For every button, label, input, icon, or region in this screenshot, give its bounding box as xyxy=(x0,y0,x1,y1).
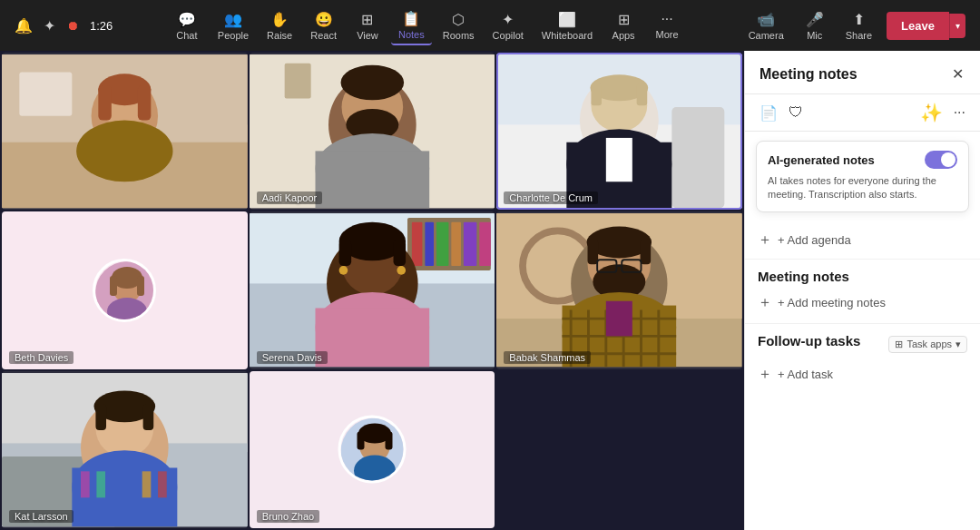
nav-view[interactable]: ⊞ View xyxy=(348,7,387,44)
share-button[interactable]: ⬆ Share xyxy=(838,7,879,44)
svg-rect-54 xyxy=(315,309,429,368)
notification-icon: 🔔 xyxy=(15,17,33,34)
nav-raise[interactable]: ✋ Raise xyxy=(260,7,299,44)
participant-name-bruno: Bruno Zhao xyxy=(257,510,319,523)
notes-section: Meeting notes ＋ + Add meeting notes xyxy=(745,260,980,324)
timer: 1:26 xyxy=(90,19,113,33)
ai-magic-button[interactable]: ✨ xyxy=(920,102,943,123)
video-cell-7[interactable]: Kat Larsson xyxy=(2,371,248,528)
shield-icon[interactable]: 🛡 xyxy=(789,104,803,121)
apps-icon: ⊞ xyxy=(618,11,630,28)
nav-raise-label: Raise xyxy=(267,30,292,41)
svg-rect-93 xyxy=(158,471,167,497)
leave-button[interactable]: Leave xyxy=(887,12,949,40)
nav-people[interactable]: 👥 People xyxy=(211,7,256,44)
whiteboard-icon: ⬜ xyxy=(558,11,576,28)
nav-notes[interactable]: 📋 Notes xyxy=(391,6,432,45)
nav-copilot[interactable]: ✦ Copilot xyxy=(485,7,531,44)
svg-rect-98 xyxy=(385,432,392,450)
panel-toolbar: 📄 🛡 ✨ ··· xyxy=(745,94,980,132)
svg-rect-44 xyxy=(464,222,477,266)
svg-rect-78 xyxy=(606,301,632,337)
nav-apps[interactable]: ⊞ Apps xyxy=(603,7,643,44)
panel-header: Meeting notes ✕ xyxy=(745,51,980,94)
ai-notes-card: AI-generated notes AI takes notes for ev… xyxy=(756,141,969,212)
nav-react[interactable]: 😀 React xyxy=(303,7,344,44)
add-task-icon: ＋ xyxy=(758,365,772,384)
video-cell-5[interactable]: Serena Davis xyxy=(250,211,495,368)
svg-rect-3 xyxy=(19,72,72,115)
ai-notes-header: AI-generated notes xyxy=(768,151,957,169)
nav-whiteboard[interactable]: ⬜ Whiteboard xyxy=(534,7,600,44)
video-cell-6[interactable]: Babak Shammas xyxy=(496,211,742,368)
task-apps-chevron: ▾ xyxy=(956,339,961,350)
video-cell-3-active[interactable]: Charlotte De Crum xyxy=(496,53,742,210)
svg-rect-30 xyxy=(606,138,632,182)
ai-notes-description: AI takes notes for everyone during the m… xyxy=(768,174,957,202)
mic-button[interactable]: 🎤 Mic xyxy=(799,7,831,44)
nav-rooms[interactable]: ⬡ Rooms xyxy=(436,7,482,44)
panel-close-button[interactable]: ✕ xyxy=(950,64,965,84)
svg-rect-62 xyxy=(641,240,652,264)
nav-whiteboard-label: Whiteboard xyxy=(542,30,593,41)
svg-rect-91 xyxy=(96,471,105,497)
participant-name-babak: Babak Shammas xyxy=(504,351,591,364)
video-cell-4[interactable]: Beth Davies xyxy=(2,211,248,368)
nav-apps-label: Apps xyxy=(612,30,635,41)
video-cell-8[interactable]: Bruno Zhao xyxy=(250,371,495,528)
nav-copilot-label: Copilot xyxy=(493,30,524,41)
svg-rect-86 xyxy=(95,404,106,430)
tasks-header: Follow-up tasks ⊞ Task apps ▾ xyxy=(758,333,967,356)
nav-more[interactable]: ··· More xyxy=(647,7,687,44)
ai-notes-toggle[interactable] xyxy=(925,151,957,169)
nav-chat-label: Chat xyxy=(176,30,197,41)
agenda-section: ＋ + Add agenda xyxy=(745,221,980,260)
mic-icon: 🎤 xyxy=(806,11,824,28)
add-task-row[interactable]: ＋ + Add task xyxy=(758,363,967,386)
svg-point-51 xyxy=(338,266,348,275)
camera-button[interactable]: 📹 Camera xyxy=(741,7,791,44)
nav-bar: 💬 Chat 👥 People ✋ Raise 😀 React ⊞ View 📋… xyxy=(167,6,687,45)
svg-rect-7 xyxy=(98,85,111,121)
nav-notes-label: Notes xyxy=(398,29,425,40)
notes-icon: 📋 xyxy=(402,10,420,27)
notes-section-title: Meeting notes xyxy=(758,269,967,284)
svg-rect-42 xyxy=(436,222,449,266)
task-apps-button[interactable]: ⊞ Task apps ▾ xyxy=(888,336,967,353)
add-notes-row[interactable]: ＋ + Add meeting notes xyxy=(758,291,967,314)
top-bar: 🔔 ✦ ⏺ 1:26 💬 Chat 👥 People ✋ Raise 😀 Rea… xyxy=(0,0,980,51)
notes-doc-icon[interactable]: 📄 xyxy=(760,104,778,122)
nav-chat[interactable]: 💬 Chat xyxy=(167,7,207,44)
video-cell-1[interactable] xyxy=(2,53,248,210)
add-notes-label: + Add meeting notes xyxy=(778,296,886,309)
avatar-bruno xyxy=(338,416,406,484)
svg-rect-26 xyxy=(592,83,603,105)
leave-dropdown[interactable]: ▾ xyxy=(949,14,965,38)
participant-name-charlotte: Charlotte De Crum xyxy=(504,191,598,204)
participant-name-aadi: Aadi Kapoor xyxy=(257,191,323,204)
settings-icon: ✦ xyxy=(44,17,55,34)
leave-button-group: Leave ▾ xyxy=(887,12,965,40)
video-placeholder-2 xyxy=(250,53,495,210)
svg-rect-49 xyxy=(338,240,351,266)
participant-name-beth: Beth Davies xyxy=(9,351,74,364)
react-icon: 😀 xyxy=(315,11,333,28)
video-placeholder-6 xyxy=(496,211,742,368)
add-agenda-icon: ＋ xyxy=(758,231,772,250)
video-cell-2[interactable]: Aadi Kapoor xyxy=(250,53,495,210)
copilot-icon: ✦ xyxy=(502,11,514,28)
mic-label: Mic xyxy=(807,30,822,41)
top-bar-left: 🔔 ✦ ⏺ 1:26 xyxy=(15,17,113,34)
people-icon: 👥 xyxy=(224,11,242,28)
participant-name-serena: Serena Davis xyxy=(257,351,328,364)
svg-rect-22 xyxy=(672,107,725,208)
nav-rooms-label: Rooms xyxy=(443,30,475,41)
record-icon: ⏺ xyxy=(66,18,79,33)
add-agenda-row[interactable]: ＋ + Add agenda xyxy=(758,229,967,251)
raise-icon: ✋ xyxy=(270,11,289,28)
task-apps-label: Task apps xyxy=(906,339,952,349)
svg-rect-97 xyxy=(357,432,364,450)
panel-more-button[interactable]: ··· xyxy=(954,104,965,121)
nav-view-label: View xyxy=(357,30,378,41)
video-placeholder-5 xyxy=(250,211,495,368)
